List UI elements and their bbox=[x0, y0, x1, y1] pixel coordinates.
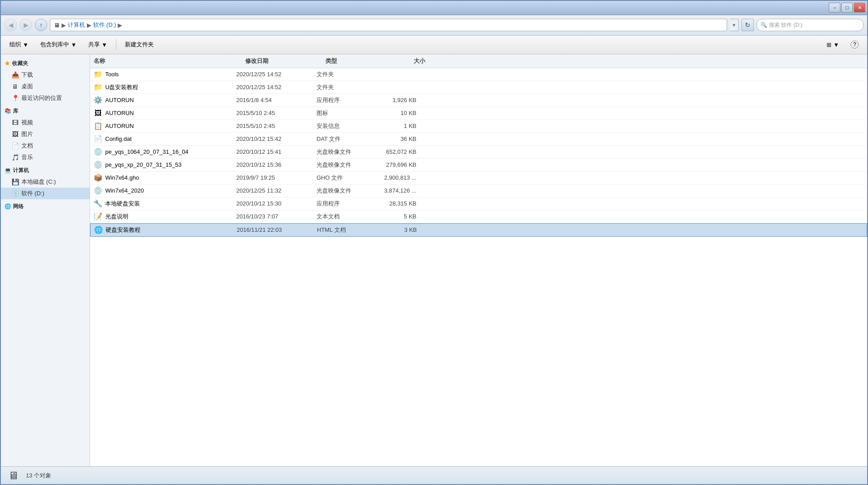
file-size: 1,926 KB bbox=[370, 97, 424, 103]
file-icon: 📋 bbox=[94, 122, 103, 131]
search-placeholder: 搜索 软件 (D:) bbox=[769, 21, 802, 29]
library-button[interactable]: 包含到库中 ▼ bbox=[35, 37, 82, 52]
file-name: 光盘说明 bbox=[105, 213, 128, 221]
network-icon: 🌐 bbox=[4, 203, 11, 210]
sidebar-label-software-d: 软件 (D:) bbox=[21, 189, 44, 197]
file-name: Config.dat bbox=[105, 136, 132, 142]
sidebar-item-docs[interactable]: 📄 文档 bbox=[1, 140, 90, 152]
window-frame: － □ ✕ ◀ ▶ ↑ 🖥 ▶ 计算机 ▶ 软件 (D:) ▶ ▼ ↻ 🔍 搜索… bbox=[0, 0, 868, 485]
new-folder-label: 新建文件夹 bbox=[125, 41, 154, 49]
back-button[interactable]: ◀ bbox=[4, 19, 17, 31]
refresh-button[interactable]: ↻ bbox=[741, 19, 754, 31]
file-icon: 📦 bbox=[94, 173, 103, 182]
file-size: 3,874,126 ... bbox=[370, 187, 424, 194]
sidebar-item-music[interactable]: 🎵 音乐 bbox=[1, 152, 90, 163]
sidebar-item-software-d[interactable]: 💿 软件 (D:) bbox=[1, 188, 90, 199]
file-date: 2015/5/10 2:45 bbox=[236, 123, 317, 129]
file-type: 光盘映像文件 bbox=[317, 148, 370, 156]
file-date: 2015/5/10 2:45 bbox=[236, 110, 317, 116]
table-row[interactable]: 📁 Tools 2020/12/25 14:52 文件夹 bbox=[90, 68, 867, 81]
forward-button[interactable]: ▶ bbox=[20, 19, 32, 31]
file-date: 2020/10/12 15:30 bbox=[236, 200, 317, 207]
table-row[interactable]: 🔧 本地硬盘安装 2020/10/12 15:30 应用程序 28,315 KB bbox=[90, 197, 867, 210]
file-date: 2020/12/25 14:52 bbox=[236, 84, 317, 90]
file-name: Win7x64.gho bbox=[105, 174, 139, 181]
sidebar-item-videos[interactable]: 🎞 视频 bbox=[1, 117, 90, 128]
sidebar-label-library: 库 bbox=[13, 107, 18, 115]
share-button[interactable]: 共享 ▼ bbox=[83, 37, 112, 52]
file-icon: 📁 bbox=[94, 83, 103, 92]
file-type: 应用程序 bbox=[317, 200, 370, 208]
maximize-button[interactable]: □ bbox=[841, 3, 853, 12]
sidebar-item-desktop[interactable]: 🖥 桌面 bbox=[1, 81, 90, 92]
minimize-button[interactable]: － bbox=[829, 3, 840, 12]
file-type: 光盘映像文件 bbox=[317, 161, 370, 169]
table-row[interactable]: 📦 Win7x64.gho 2019/9/7 19:25 GHO 文件 2,90… bbox=[90, 172, 867, 185]
file-type: 文本文档 bbox=[317, 213, 370, 221]
library-label: 包含到库中 bbox=[40, 41, 69, 49]
file-date: 2020/12/25 11:32 bbox=[236, 187, 317, 194]
col-header-type[interactable]: 类型 bbox=[325, 57, 379, 65]
help-button[interactable]: ? bbox=[846, 37, 864, 52]
table-row[interactable]: 📝 光盘说明 2016/10/23 7:07 文本文档 5 KB bbox=[90, 210, 867, 223]
title-bar: － □ ✕ bbox=[1, 1, 867, 15]
table-row[interactable]: 📋 AUTORUN 2015/5/10 2:45 安装信息 1 KB bbox=[90, 120, 867, 133]
library-dropdown-icon: ▼ bbox=[71, 41, 77, 48]
sidebar-item-local-c[interactable]: 💾 本地磁盘 (C:) bbox=[1, 176, 90, 188]
file-date: 2020/10/12 15:41 bbox=[236, 148, 317, 155]
sidebar-section-network: 🌐 网络 bbox=[1, 201, 90, 212]
table-row[interactable]: 💿 pe_yqs_xp_20_07_31_15_53 2020/10/12 15… bbox=[90, 159, 867, 172]
up-button[interactable]: ↑ bbox=[35, 19, 47, 31]
file-size: 5 KB bbox=[370, 213, 424, 220]
sidebar-header-network[interactable]: 🌐 网络 bbox=[1, 201, 90, 212]
sidebar-item-downloads[interactable]: 📥 下载 bbox=[1, 69, 90, 81]
file-name: AUTORUN bbox=[105, 110, 134, 116]
view-button[interactable]: ⊞ ▼ bbox=[822, 37, 844, 52]
new-folder-button[interactable]: 新建文件夹 bbox=[120, 37, 159, 52]
path-part-2[interactable]: 软件 (D:) bbox=[93, 21, 116, 29]
close-button[interactable]: ✕ bbox=[854, 3, 865, 12]
path-sep-3: ▶ bbox=[118, 22, 122, 29]
table-row[interactable]: ⚙️ AUTORUN 2016/1/8 4:54 应用程序 1,926 KB bbox=[90, 94, 867, 107]
file-icon: 💿 bbox=[94, 160, 103, 169]
table-row[interactable]: 🖼 AUTORUN 2015/5/10 2:45 图标 10 KB bbox=[90, 107, 867, 120]
file-icon: 🌐 bbox=[94, 226, 103, 234]
table-row[interactable]: 💿 pe_yqs_1064_20_07_31_16_04 2020/10/12 … bbox=[90, 146, 867, 159]
organize-label: 组织 bbox=[9, 41, 21, 49]
file-type: 文件夹 bbox=[317, 70, 370, 78]
file-size: 279,696 KB bbox=[370, 161, 424, 168]
toolbar: 组织 ▼ 包含到库中 ▼ 共享 ▼ 新建文件夹 ⊞ ▼ ? bbox=[1, 36, 867, 54]
images-icon: 🖼 bbox=[12, 131, 19, 138]
sidebar-label-music: 音乐 bbox=[21, 153, 33, 161]
file-name: AUTORUN bbox=[105, 97, 134, 103]
col-header-size[interactable]: 大小 bbox=[379, 57, 432, 65]
sidebar-label-images: 图片 bbox=[21, 130, 33, 138]
organize-button[interactable]: 组织 ▼ bbox=[4, 37, 33, 52]
main-layout: ★ 收藏夹 📥 下载 🖥 桌面 📍 最近访问的位置 📚 bbox=[1, 54, 867, 467]
sidebar-item-recent[interactable]: 📍 最近访问的位置 bbox=[1, 92, 90, 104]
search-box[interactable]: 🔍 搜索 软件 (D:) bbox=[757, 19, 864, 31]
address-dropdown-button[interactable]: ▼ bbox=[730, 19, 739, 31]
file-type: GHO 文件 bbox=[317, 174, 370, 182]
table-row[interactable]: 📁 U盘安装教程 2020/12/25 14:52 文件夹 bbox=[90, 81, 867, 94]
path-sep-2: ▶ bbox=[87, 22, 91, 29]
table-row[interactable]: 📄 Config.dat 2020/10/12 15:42 DAT 文件 36 … bbox=[90, 133, 867, 146]
sidebar-header-library[interactable]: 📚 库 bbox=[1, 106, 90, 117]
file-size: 652,072 KB bbox=[370, 148, 424, 155]
table-row[interactable]: 💿 Win7x64_2020 2020/12/25 11:32 光盘映像文件 3… bbox=[90, 185, 867, 197]
path-part-1[interactable]: 计算机 bbox=[68, 21, 85, 29]
col-header-date[interactable]: 修改日期 bbox=[245, 57, 325, 65]
file-name: Tools bbox=[105, 71, 119, 78]
file-size: 1 KB bbox=[370, 123, 424, 129]
sidebar-header-favorites[interactable]: ★ 收藏夹 bbox=[1, 58, 90, 69]
file-date: 2020/10/12 15:36 bbox=[236, 161, 317, 168]
sidebar-label-videos: 视频 bbox=[21, 119, 33, 127]
sidebar-item-images[interactable]: 🖼 图片 bbox=[1, 128, 90, 140]
sidebar-header-computer[interactable]: 💻 计算机 bbox=[1, 165, 90, 176]
file-name: U盘安装教程 bbox=[105, 83, 138, 91]
library-folder-icon: 📚 bbox=[4, 108, 11, 114]
software-d-icon: 💿 bbox=[12, 190, 19, 197]
col-header-name[interactable]: 名称 bbox=[94, 57, 245, 65]
table-row[interactable]: 🌐 硬盘安装教程 2016/11/21 22:03 HTML 文档 3 KB bbox=[90, 223, 867, 237]
file-size: 10 KB bbox=[370, 110, 424, 116]
